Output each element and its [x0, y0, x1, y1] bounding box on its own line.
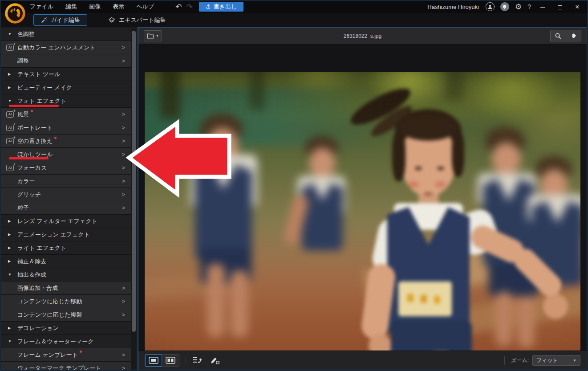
zoom-label: ズーム:	[511, 357, 529, 364]
sidebar-item-7[interactable]: AIポートレート>	[1, 121, 131, 135]
sidebar-label: 抽出＆作成	[17, 271, 46, 279]
sidebar-label: フレーム＆ウォーターマーク	[17, 338, 93, 346]
sidebar-item-9[interactable]: ぼかしツール>	[1, 148, 131, 161]
sidebar-item-19[interactable]: 画像追加・合成>	[1, 281, 131, 295]
menu-view[interactable]: 表示	[113, 3, 124, 11]
photo-vignette	[145, 72, 580, 359]
notifications-bell-icon[interactable]	[500, 2, 509, 11]
user-avatar-icon[interactable]	[486, 2, 495, 11]
chevron-right-icon: >	[122, 311, 125, 318]
sidebar-label: フレーム テンプレート	[17, 351, 78, 359]
sidebar-label: コンテンツに応じた移動	[17, 298, 82, 306]
zoom-tool-button[interactable]	[551, 30, 566, 42]
zoom-control-area: ズーム: フィット ▼	[502, 355, 580, 366]
chevron-right-icon: >	[122, 138, 125, 144]
sidebar-label: 風景	[17, 110, 29, 118]
tab-guided-edit[interactable]: ガイド編集	[33, 14, 87, 26]
sidebar-label: 空の置き換え	[17, 137, 53, 145]
editing-canvas[interactable]	[138, 45, 587, 351]
titlebar-right-group: Hashizume Hiroyuki ⚙ ? ✕	[427, 2, 588, 11]
sidebar-section-5[interactable]: ▼フォト エフェクト	[1, 94, 131, 108]
sidebar-section-23[interactable]: ▼フレーム＆ウォーターマーク	[1, 335, 131, 348]
export-label: 書き出し	[214, 3, 237, 11]
layers-icon	[108, 16, 115, 24]
tab-expert-label: エキスパート編集	[119, 16, 166, 24]
sidebar-label: デコレーション	[17, 324, 59, 332]
menu-help[interactable]: ヘルプ	[136, 3, 154, 11]
sidebar-section-15[interactable]: ▶アニメーション エフェクト	[1, 228, 131, 241]
sidebar-section-17[interactable]: ▶補正＆除去	[1, 255, 131, 268]
undo-icon[interactable]: ↶	[175, 3, 182, 11]
chevron-right-icon: >	[122, 164, 125, 171]
preview-toolbar: ▼ 26318022_s.jpg	[138, 28, 587, 45]
single-view-icon	[149, 357, 158, 364]
sidebar-list: ▼色調整AI自動カラー エンハンスメント>調整>▶テキスト ツール▶ビューティー…	[1, 28, 131, 370]
sidebar-item-13[interactable]: 粒子>	[1, 201, 131, 215]
export-upload-icon	[206, 4, 211, 9]
new-badge-dot	[80, 351, 82, 353]
preview-footer: ズーム: フィット ▼	[138, 351, 587, 370]
menu-edit[interactable]: 編集	[65, 3, 77, 11]
triangle-down-icon: ▼	[8, 32, 14, 36]
open-file-button[interactable]: ▼	[144, 30, 162, 41]
select-dropdown-arrow-icon: ▼	[573, 359, 576, 363]
close-button[interactable]: ✕	[572, 4, 583, 10]
sidebar-section-16[interactable]: ▶ライト エフェクト	[1, 241, 131, 255]
toolbar-separator	[168, 3, 168, 10]
single-view-button[interactable]	[145, 355, 162, 367]
compare-view-button[interactable]	[162, 355, 179, 367]
red-underline-annotation	[9, 105, 59, 107]
triangle-down-icon: ▼	[8, 99, 14, 103]
sidebar-label: フォーカス	[17, 164, 47, 172]
sidebar-label: レンズ フィルター エフェクト	[17, 217, 97, 225]
triangle-right-icon: ▶	[8, 259, 14, 263]
red-underline-annotation	[9, 157, 49, 159]
sidebar-label: 自動カラー エンハンスメント	[17, 44, 96, 52]
sidebar-item-24[interactable]: フレーム テンプレート>	[1, 348, 131, 362]
triangle-right-icon: ▶	[8, 326, 14, 330]
sidebar-item-11[interactable]: カラー>	[1, 175, 131, 188]
sidebar-label: アニメーション エフェクト	[17, 231, 90, 239]
folder-dropdown-arrow-icon: ▼	[156, 34, 159, 37]
sidebar-item-10[interactable]: AIフォーカス>	[1, 161, 131, 175]
compare-view-icon	[166, 357, 175, 364]
sidebar-item-2[interactable]: 調整>	[1, 54, 131, 68]
menu-image[interactable]: 画像	[89, 3, 101, 11]
user-name: Hashizume Hiroyuki	[427, 4, 479, 10]
sidebar-item-21[interactable]: コンテンツに応じた複製>	[1, 308, 131, 322]
triangle-down-icon: ▼	[8, 339, 14, 343]
help-icon[interactable]: ?	[527, 3, 531, 10]
sidebar-item-6[interactable]: AI風景>	[1, 108, 131, 121]
sidebar-section-14[interactable]: ▶レンズ フィルター エフェクト	[1, 215, 131, 228]
sidebar-scrollbar[interactable]	[131, 28, 136, 369]
menu-file[interactable]: ファイル	[30, 3, 53, 11]
scrollbar-thumb[interactable]	[132, 31, 136, 332]
triangle-right-icon: ▶	[8, 72, 14, 76]
photodirector-window: ファイル 編集 画像 表示 ヘルプ ↶ ↷ 書き出し Hashizume Hir…	[0, 0, 588, 371]
settings-gear-icon[interactable]: ⚙	[515, 3, 522, 11]
adjustment-history-button[interactable]	[192, 356, 203, 364]
minimize-button[interactable]	[537, 4, 548, 10]
sidebar-section-4[interactable]: ▶ビューティー メイク	[1, 81, 131, 94]
sidebar-item-1[interactable]: AI自動カラー エンハンスメント>	[1, 41, 131, 54]
maximize-button[interactable]	[554, 4, 566, 10]
sidebar-item-20[interactable]: コンテンツに応じた移動>	[1, 295, 131, 308]
zoom-level-select[interactable]: フィット ▼	[532, 355, 580, 366]
pan-tool-button[interactable]	[566, 30, 581, 42]
draw-tool-button[interactable]	[210, 356, 220, 364]
chevron-right-icon: >	[122, 111, 125, 118]
sidebar-item-12[interactable]: グリッチ>	[1, 188, 131, 201]
magic-wand-icon	[41, 17, 47, 24]
app-logo-icon[interactable]	[4, 2, 26, 24]
sidebar-item-8[interactable]: AI空の置き換え>	[1, 135, 131, 148]
sidebar-item-25[interactable]: ウォーターマーク テンプレート>	[1, 362, 131, 370]
tab-expert-edit[interactable]: エキスパート編集	[101, 14, 173, 26]
sidebar-section-0[interactable]: ▼色調整	[1, 28, 131, 41]
sidebar-section-18[interactable]: ▼抽出＆作成	[1, 268, 131, 281]
export-button[interactable]: 書き出し	[199, 2, 244, 12]
chevron-right-icon: >	[122, 124, 125, 131]
sidebar-section-22[interactable]: ▶デコレーション	[1, 322, 131, 335]
sidebar-section-3[interactable]: ▶テキスト ツール	[1, 68, 131, 81]
canvas-tool-group	[550, 30, 581, 42]
photo-preview[interactable]	[145, 72, 580, 359]
